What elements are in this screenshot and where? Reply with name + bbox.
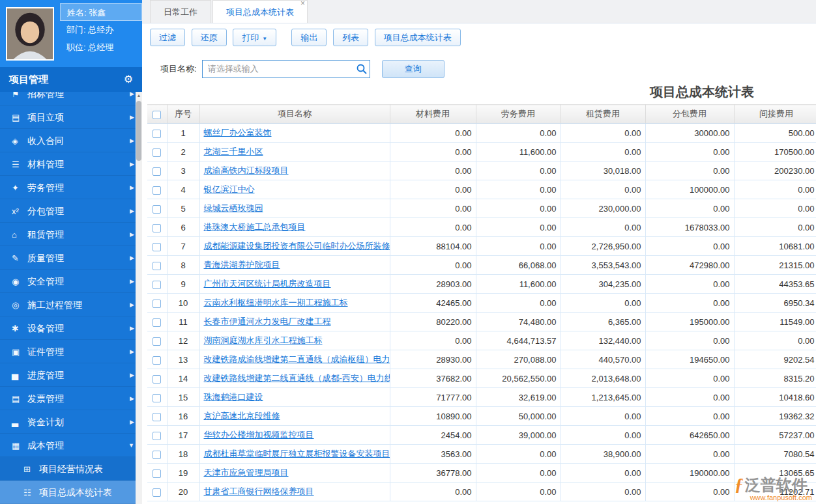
lease-icon: ⌂ (12, 223, 27, 247)
rent-cost-cell: 2,726,950.00 (561, 237, 645, 256)
project-link[interactable]: 龙湖三千里小区 (204, 147, 263, 156)
sidebar-subitem-project-total-cost-report[interactable]: ☷项目总成本统计表 (0, 481, 142, 504)
row-checkbox[interactable] (153, 262, 161, 270)
project-link[interactable]: 湖南洞庭湖水库引水工程施工标 (204, 335, 323, 345)
sidebar-item-labor[interactable]: ✦劳务管理▶ (0, 176, 142, 199)
row-checkbox[interactable] (153, 356, 161, 365)
project-link[interactable]: 成都杜甫草堂临时展厅独立展柜报警设备安装项目 (204, 449, 390, 458)
subcontract-cost-cell: 0.00 (645, 388, 734, 407)
table-row: 16京沪高速北京段维修10890.0050,000.000.000.001936… (147, 407, 816, 426)
sidebar-subitem-project-operation-report[interactable]: ⊞项目经营情况表 (0, 457, 142, 481)
project-link[interactable]: 长春市伊通河水力发电厂改建工程 (204, 316, 331, 326)
row-checkbox[interactable] (153, 394, 161, 402)
rent-cost-cell: 0.00 (561, 218, 645, 237)
row-checkbox[interactable] (153, 148, 161, 157)
sidebar-item-material[interactable]: ☰材料管理▶ (0, 152, 142, 176)
tab-project-total-cost-report[interactable]: 项目总成本统计表 × (212, 0, 308, 23)
sidebar-item-cost[interactable]: ▦成本管理▼ (0, 434, 142, 457)
table-row: 12湖南洞庭湖水库引水工程施工标0.004,644,713.57132,440.… (147, 331, 816, 350)
sidebar-item-construction-process[interactable]: ◎施工过程管理▶ (0, 293, 142, 316)
table-row: 6港珠澳大桥施工总承包项目0.000.000.001678033.000.00 (147, 218, 816, 237)
project-name-input[interactable] (202, 60, 370, 78)
sidebar-item-quality[interactable]: ✎质量管理▶ (0, 246, 142, 270)
row-index: 2 (167, 143, 199, 161)
row-checkbox[interactable] (153, 281, 161, 289)
export-button[interactable]: 输出 (291, 29, 327, 46)
rent-cost-cell: 2,013,648.00 (561, 369, 645, 388)
row-checkbox[interactable] (153, 375, 161, 384)
sidebar-item-subcontract[interactable]: x²分包管理▶ (0, 199, 142, 223)
project-link[interactable]: 螺丝厂办公室装饰 (204, 128, 272, 137)
row-checkbox[interactable] (153, 300, 161, 308)
indirect-cost-cell: 0.00 (734, 199, 816, 218)
project-link[interactable]: 京沪高速北京段维修 (204, 411, 280, 421)
project-link[interactable]: 改建铁路线增建第二线直通线（成都-西安）电力线 (204, 373, 390, 383)
project-link[interactable]: 成渝高铁内江标段项目 (204, 165, 289, 175)
project-link[interactable]: 甘肃省工商银行网络保养项目 (204, 486, 314, 496)
table-body: 1螺丝厂办公室装饰0.000.000.0030000.00500.002龙湖三千… (147, 124, 816, 501)
row-checkbox[interactable] (153, 318, 161, 327)
project-link[interactable]: 云南水利枢纽潜明水库一期工程施工标 (204, 298, 348, 307)
row-checkbox[interactable] (153, 224, 161, 232)
row-checkbox[interactable] (153, 130, 161, 138)
list-button[interactable]: 列表 (333, 29, 368, 46)
tab-daily-work[interactable]: 日常工作 (150, 0, 211, 23)
project-link[interactable]: 青海洪湖养护院项目 (204, 260, 280, 270)
sidebar-item-lease[interactable]: ⌂租赁管理▶ (0, 223, 142, 246)
row-checkbox[interactable] (153, 413, 161, 421)
project-link[interactable]: 广州市天河区统计局机房改造项目 (204, 279, 331, 288)
sidebar-item-certificate[interactable]: ▣证件管理▶ (0, 340, 142, 363)
query-button[interactable]: 查询 (382, 60, 444, 78)
sidebar-item-safety[interactable]: ◉安全管理▶ (0, 270, 142, 293)
sidebar-item-bid[interactable]: ⚑招标管理▶ (0, 92, 142, 105)
project-link[interactable]: 天津市应急管理局项目 (204, 468, 289, 477)
project-link[interactable]: 改建铁路成渝线增建第二直通线（成渝枢纽）电力线 (204, 354, 390, 364)
material-cost-cell: 0.00 (390, 180, 476, 199)
gear-icon[interactable]: ⚙ (124, 67, 133, 92)
row-checkbox[interactable] (153, 469, 161, 478)
subcontract-cost-cell: 0.00 (645, 161, 734, 180)
labor-cost-cell: 11,600.00 (476, 143, 561, 161)
row-index: 14 (167, 369, 199, 388)
row-checkbox[interactable] (153, 205, 161, 214)
sidebar-item-income-contract[interactable]: ◈收入合同▶ (0, 129, 142, 152)
project-link[interactable]: 绿城云栖玫瑰园 (204, 203, 263, 213)
project-link[interactable]: 华软办公楼增加视频监控项目 (204, 430, 314, 440)
project-link[interactable]: 成都能源建设集团投资有限公司临时办公场所装修 (204, 241, 390, 251)
material-cost-cell: 0.00 (390, 331, 476, 350)
table-row: 5绿城云栖玫瑰园0.000.00230,000.000.000.00 (147, 199, 816, 218)
project-link[interactable]: 银亿滨江中心 (204, 184, 255, 194)
row-checkbox[interactable] (153, 243, 161, 251)
project-link[interactable]: 港珠澳大桥施工总承包项目 (204, 222, 306, 232)
row-checkbox[interactable] (153, 167, 161, 176)
sidebar-item-fund-plan[interactable]: ▃资金计划▶ (0, 410, 142, 434)
filter-button[interactable]: 过滤 (150, 29, 185, 46)
sidebar-item-project-setup[interactable]: ▤项目立项▶ (0, 105, 142, 129)
material-cost-cell: 0.00 (390, 483, 476, 501)
sidebar-item-invoice[interactable]: ▤发票管理▶ (0, 387, 142, 410)
scrollbar-thumb[interactable] (136, 101, 141, 161)
row-checkbox[interactable] (153, 451, 161, 459)
print-button[interactable]: 打印▼ (233, 29, 276, 46)
row-checkbox[interactable] (153, 488, 161, 497)
select-all-checkbox[interactable] (153, 111, 161, 119)
scroll-up-icon[interactable]: ▲ (136, 92, 142, 100)
close-icon[interactable]: × (300, 0, 305, 8)
project-link[interactable]: 珠海鹤港口建设 (204, 392, 263, 402)
sidebar-scrollbar[interactable]: ▲ (136, 92, 142, 504)
row-checkbox[interactable] (153, 337, 161, 346)
subcontract-cost-cell: 0.00 (645, 483, 734, 501)
row-checkbox[interactable] (153, 186, 161, 195)
indirect-cost-cell: 21315.00 (734, 256, 816, 275)
header-subcontract-cost: 分包费用 (645, 105, 734, 124)
sidebar-item-progress[interactable]: ▅进度管理▶ (0, 363, 142, 387)
report-button[interactable]: 项目总成本统计表 (375, 29, 461, 46)
table-row: 14改建铁路线增建第二线直通线（成都-西安）电力线37682.0020,562,… (147, 369, 816, 388)
restore-button[interactable]: 还原 (192, 29, 227, 46)
row-index: 4 (167, 180, 199, 199)
subcontract-cost-cell: 190000.00 (645, 464, 734, 483)
search-icon[interactable] (356, 63, 368, 75)
row-checkbox[interactable] (153, 432, 161, 440)
sidebar-item-equipment[interactable]: ✱设备管理▶ (0, 316, 142, 340)
labor-cost-cell: 0.00 (476, 199, 561, 218)
